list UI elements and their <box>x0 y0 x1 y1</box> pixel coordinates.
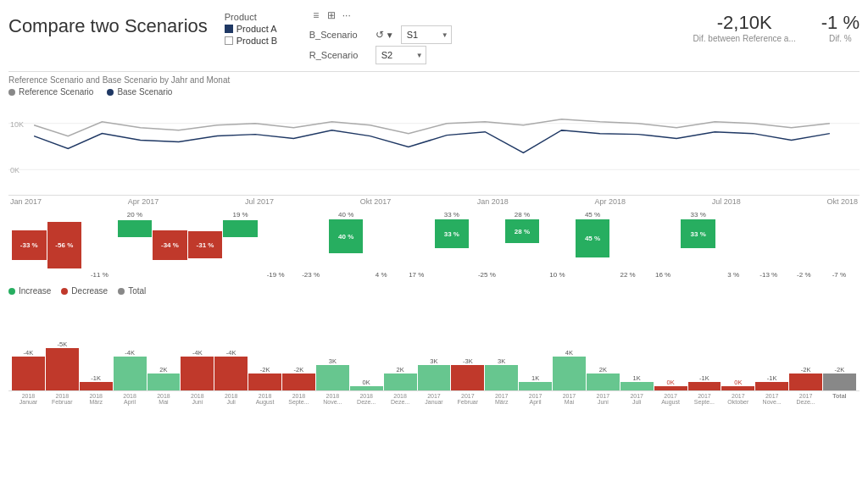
wf-bar-22: 0K <box>721 379 754 390</box>
wf-x-total: Total <box>823 393 856 405</box>
scenario-controls: ≡ ⊞ ··· B_Scenario ↺ ▼ S1 S2 R_Scenari <box>309 8 452 64</box>
line-chart-svg: 10K 0K <box>8 98 860 195</box>
chevron-icon-b[interactable]: ▼ <box>386 30 394 40</box>
pct-bar-15-top: 28 % <box>515 211 530 219</box>
total-dot <box>118 288 125 295</box>
pct-bar-19: 16 % <box>646 211 681 279</box>
r-scenario-row: R_Scenario S2 S1 <box>309 46 426 64</box>
b-scenario-icons: ↺ ▼ <box>376 29 394 41</box>
wf-bar-4-fill <box>114 357 147 390</box>
waterfall-section: Increase Decrease Total -4K -5K -1K <box>8 286 860 413</box>
increase-label: Increase <box>19 286 51 296</box>
wf-x-18: 2017Juni <box>587 393 620 405</box>
pct-bar-17: 45 % 45 % <box>576 211 610 279</box>
grid-icon[interactable]: ⊞ <box>325 8 338 22</box>
pct-bar-1: -33 % <box>12 230 47 260</box>
refresh-icon[interactable]: ↺ <box>376 29 384 41</box>
b-scenario-select-wrapper[interactable]: S1 S2 <box>401 25 452 44</box>
wf-bar-14-fill <box>451 365 484 390</box>
kpi-dif-value: -2,10K <box>693 12 796 34</box>
x-label-jul17: Jul 2017 <box>245 197 274 206</box>
wf-bar-8-fill <box>248 374 281 390</box>
pct-bar-20: 33 % 33 % <box>681 211 715 279</box>
wf-bar-3: -1K <box>80 374 113 390</box>
pct-bar-7-value <box>223 220 258 237</box>
pct-bar-11-label: 4 % <box>376 271 387 279</box>
header-divider <box>8 71 860 72</box>
line-chart-section: Reference Scenario and Base Scenario by … <box>8 75 860 206</box>
wf-x-15: 2017März <box>485 393 518 405</box>
wf-bar-17-fill <box>553 357 586 390</box>
wf-x-14: 2017Februar <box>451 393 484 405</box>
svg-text:0K: 0K <box>10 166 19 174</box>
pct-bar-8-label: -19 % <box>267 271 285 279</box>
b-scenario-select[interactable]: S1 S2 <box>401 25 452 44</box>
kpi-dif-label: Dif. between Reference a... <box>693 34 796 43</box>
wf-bar-17: 4K <box>553 349 586 390</box>
wf-bar-14: -3K <box>451 357 484 390</box>
pct-bar-21-label: 3 % <box>727 271 739 279</box>
wf-x-8: 2018August <box>248 393 281 405</box>
wf-x-7: 2018Juli <box>214 393 248 405</box>
pct-bar-10-value: 40 % <box>329 219 364 253</box>
kpi-section: -2,10K Dif. between Reference a... -1 % … <box>693 8 860 43</box>
kpi-pct-item: -1 % Dif. % <box>821 12 860 43</box>
pct-bar-4-value <box>118 220 153 237</box>
wf-x-17: 2017Mai <box>553 393 586 405</box>
r-scenario-select-wrapper[interactable]: S2 S1 <box>376 46 426 64</box>
base-label: Base Scenario <box>117 87 172 97</box>
wf-x-16: 2017April <box>519 393 552 405</box>
waterfall-bars-container: -4K -5K -1K -4K 2K -4K <box>8 298 860 391</box>
pct-bar-17-value: 45 % <box>576 219 610 257</box>
pct-bar-24: -7 % <box>822 211 857 279</box>
x-label-jan18: Jan 2018 <box>477 197 509 206</box>
wf-bar-21: -1K <box>688 374 721 390</box>
pct-bar-23: -2 % <box>787 211 821 279</box>
pct-bar-6: -31 % <box>188 231 223 258</box>
pct-bar-17-top: 45 % <box>585 211 600 219</box>
x-label-apr18: Apr 2018 <box>595 197 626 206</box>
kpi-pct-value: -1 % <box>821 12 860 34</box>
pct-bar-12: 17 % <box>399 211 434 279</box>
wf-bar-23: -1K <box>755 374 788 390</box>
wf-bar-22-fill <box>721 386 754 390</box>
wf-bar-9-fill <box>282 374 315 390</box>
wf-x-2: 2018Februar <box>46 393 79 405</box>
kpi-pct-label: Dif. % <box>821 34 860 43</box>
header: Compare two Scenarios Product Product A … <box>8 8 860 64</box>
wf-x-22: 2017Oktober <box>721 393 754 405</box>
pct-bar-5-value: -34 % <box>153 230 187 260</box>
wf-x-11: 2018Deze... <box>350 393 383 405</box>
x-label-okt17: Okt 2017 <box>360 197 392 206</box>
wf-x-1: 2018Januar <box>12 393 45 405</box>
product-a-legend: Product A <box>225 24 292 34</box>
pct-bar-6-value: -31 % <box>188 231 223 258</box>
pct-bar-2-value: -56 % <box>47 222 82 268</box>
pct-bar-19-label: 16 % <box>655 271 670 279</box>
filter-icon[interactable]: ≡ <box>309 8 323 22</box>
wf-bar-20-fill <box>654 386 687 390</box>
wf-bar-24-fill <box>789 374 822 390</box>
wf-x-5: 2018Mai <box>147 393 181 405</box>
scenario-toolbar: ≡ ⊞ ··· <box>309 8 353 22</box>
wf-x-9: 2018Septe... <box>282 393 315 405</box>
pct-bar-3: -11 % <box>82 211 117 279</box>
wf-x-10: 2018Nove... <box>316 393 349 405</box>
pct-bar-11: 4 % <box>364 211 398 279</box>
kpi-dif-value-item: -2,10K Dif. between Reference a... <box>693 12 796 43</box>
wf-bar-5: 2K <box>147 366 181 390</box>
wf-bar-12: 2K <box>384 366 417 390</box>
b-scenario-label: B_Scenario <box>309 30 369 40</box>
r-scenario-select[interactable]: S2 S1 <box>376 46 426 64</box>
wf-bar-10-fill <box>316 365 349 390</box>
wf-bar-10: 3K <box>316 357 349 390</box>
wf-bar-total: -2K <box>823 366 856 390</box>
pct-bar-5: -34 % <box>153 230 187 260</box>
pct-bar-10-top: 40 % <box>338 211 353 219</box>
wf-bar-7-fill <box>214 357 248 390</box>
wf-bar-20: 0K <box>654 379 687 390</box>
wf-bar-15: 3K <box>485 357 518 390</box>
b-scenario-row: B_Scenario ↺ ▼ S1 S2 <box>309 25 452 44</box>
more-icon[interactable]: ··· <box>340 8 353 22</box>
wf-x-12: 2018Deze... <box>384 393 417 405</box>
